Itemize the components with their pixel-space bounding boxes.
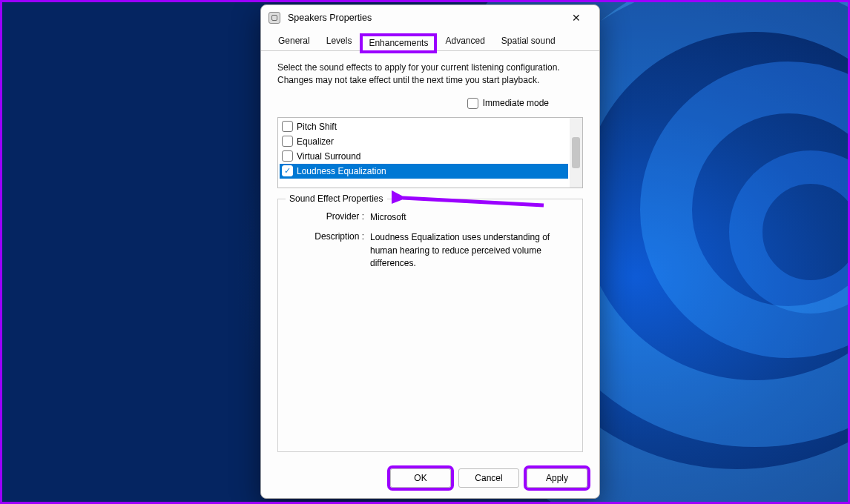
immediate-mode-label: Immediate mode	[483, 98, 549, 108]
close-icon[interactable]: ✕	[561, 7, 592, 28]
list-item-equalizer[interactable]: Equalizer	[280, 134, 568, 149]
checkbox-icon	[467, 98, 478, 109]
immediate-mode-checkbox[interactable]: Immediate mode	[467, 98, 549, 109]
checkbox-checked-icon: ✓	[282, 165, 293, 176]
dialog-button-row: OK Cancel Apply	[261, 458, 599, 498]
tab-panel-enhancements: Select the sound effects to apply for yo…	[261, 51, 599, 458]
speakers-properties-dialog: Speakers Properties ✕ General Levels Enh…	[260, 4, 600, 499]
description-label: Description :	[289, 231, 370, 270]
tab-spatial-sound[interactable]: Spatial sound	[493, 32, 564, 50]
list-item-virtual-surround[interactable]: Virtual Surround	[280, 149, 568, 164]
checkbox-icon	[282, 136, 293, 147]
checkbox-icon	[282, 121, 293, 132]
scrollbar-thumb[interactable]	[572, 137, 580, 168]
cancel-button[interactable]: Cancel	[458, 468, 519, 488]
apply-button[interactable]: Apply	[527, 468, 587, 488]
description-value: Loudness Equalization uses understanding…	[370, 231, 572, 270]
group-title: Sound Effect Properties	[286, 193, 387, 204]
tab-levels[interactable]: Levels	[318, 32, 360, 50]
speaker-icon	[268, 12, 280, 24]
tab-general[interactable]: General	[270, 32, 318, 50]
list-item-label: Pitch Shift	[297, 122, 337, 132]
provider-label: Provider :	[289, 211, 370, 224]
window-title: Speakers Properties	[288, 13, 372, 23]
sound-effect-properties-group: Sound Effect Properties Provider : Micro…	[277, 199, 583, 452]
ok-button[interactable]: OK	[390, 468, 451, 488]
titlebar[interactable]: Speakers Properties ✕	[261, 5, 599, 30]
tab-advanced[interactable]: Advanced	[437, 32, 492, 50]
list-item-loudness-equalization[interactable]: ✓ Loudness Equalization	[280, 164, 568, 179]
provider-value: Microsoft	[370, 211, 572, 224]
checkbox-icon	[282, 150, 293, 162]
list-item-label: Loudness Equalization	[297, 166, 386, 176]
intro-text: Select the sound effects to apply for yo…	[277, 62, 583, 87]
tab-enhancements[interactable]: Enhancements	[360, 33, 437, 53]
tab-strip: General Levels Enhancements Advanced Spa…	[261, 30, 599, 51]
effects-listbox[interactable]: Pitch Shift Equalizer Virtual Surround ✓…	[277, 117, 583, 188]
scrollbar[interactable]	[570, 118, 582, 188]
list-item-label: Equalizer	[297, 136, 334, 147]
list-item-pitch-shift[interactable]: Pitch Shift	[280, 119, 568, 134]
list-item-label: Virtual Surround	[297, 151, 361, 162]
